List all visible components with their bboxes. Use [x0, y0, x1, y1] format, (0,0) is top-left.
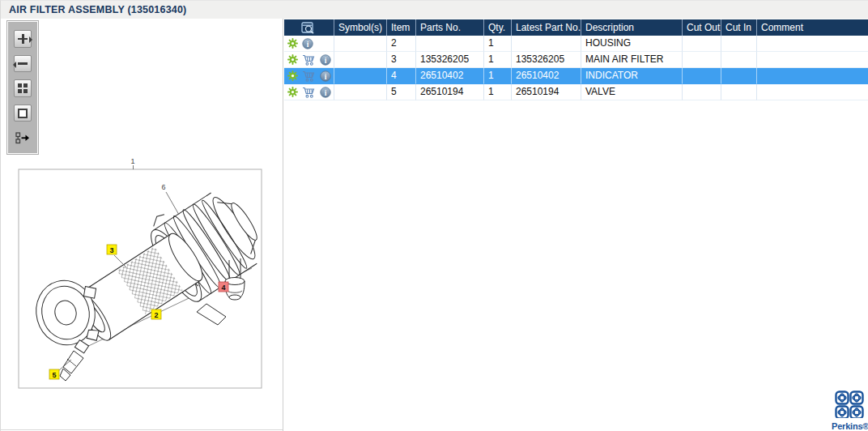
parts-catalog-window: AIR FILTER ASSEMBLY (135016340): [0, 0, 868, 431]
plus-icon: [18, 34, 28, 44]
cell-comment[interactable]: [757, 52, 868, 68]
cell-cut_in[interactable]: [721, 52, 757, 68]
cell-cut_out[interactable]: [683, 84, 721, 100]
diagram-callout-4-selected[interactable]: 4: [219, 282, 228, 292]
table-row-selected[interactable]: i426510402126510402INDICATOR: [284, 68, 868, 84]
column-header-item[interactable]: Item: [387, 19, 416, 36]
settings-icon[interactable]: [287, 70, 298, 81]
send-to-parts-list-button[interactable]: [14, 129, 32, 147]
zoom-out-button[interactable]: [14, 55, 32, 73]
cell-icons: i: [284, 84, 334, 100]
diagram-toolbar: [7, 21, 38, 154]
diagram-callout-2[interactable]: 2: [151, 309, 161, 319]
minus-icon: [18, 58, 28, 68]
cell-icons: i: [284, 52, 334, 68]
arrow-right-tab-icon: [29, 36, 36, 43]
cell-symbols[interactable]: [334, 36, 387, 52]
svg-text:i: i: [325, 72, 327, 80]
bottom-border: [1, 429, 283, 430]
column-header-latest_part_no[interactable]: Latest Part No.: [512, 19, 581, 36]
cell-latest_part_no[interactable]: 135326205: [512, 52, 581, 68]
zoom-window-button[interactable]: [14, 105, 32, 122]
cell-cut_out[interactable]: [683, 68, 721, 84]
cell-cut_out[interactable]: [683, 36, 721, 52]
cell-qty[interactable]: 1: [484, 36, 512, 52]
cell-description[interactable]: INDICATOR: [581, 68, 683, 84]
info-icon[interactable]: i: [320, 54, 331, 66]
column-header-qty[interactable]: Qty.: [484, 19, 512, 36]
cell-icons: i: [284, 68, 334, 84]
cell-qty[interactable]: 1: [484, 68, 512, 84]
cell-symbols[interactable]: [334, 84, 387, 100]
page-title: AIR FILTER ASSEMBLY (135016340): [9, 4, 186, 15]
cell-cut_out[interactable]: [683, 52, 721, 68]
cell-description[interactable]: HOUSING: [581, 36, 683, 52]
column-header-comment[interactable]: Comment: [757, 19, 868, 36]
column-header-filter[interactable]: [284, 19, 334, 36]
settings-icon[interactable]: [287, 38, 298, 49]
cell-comment[interactable]: [757, 84, 868, 100]
table-header-row: Symbol(s)ItemParts No.Qty.Latest Part No…: [284, 19, 868, 36]
panel-divider: [283, 19, 283, 431]
cell-cut_in[interactable]: [721, 68, 757, 84]
column-header-parts_no[interactable]: Parts No.: [416, 19, 484, 36]
cell-qty[interactable]: 1: [484, 52, 512, 68]
column-header-cut_in[interactable]: Cut In: [721, 19, 757, 36]
info-icon[interactable]: i: [302, 38, 313, 49]
settings-icon[interactable]: [287, 87, 298, 97]
cell-item[interactable]: 4: [387, 68, 416, 84]
cell-icons: i: [284, 36, 334, 52]
cell-latest_part_no[interactable]: 26510402: [512, 68, 581, 84]
cell-description[interactable]: VALVE: [581, 84, 683, 100]
diagram-label-1: 1: [130, 157, 134, 165]
square-outline-icon: [18, 109, 28, 118]
cell-parts_no[interactable]: 26510402: [416, 68, 484, 84]
table-row[interactable]: i21HOUSING: [284, 36, 868, 52]
cell-item[interactable]: 5: [387, 84, 416, 100]
cart-icon[interactable]: [302, 70, 316, 82]
cell-latest_part_no[interactable]: 26510194: [512, 84, 581, 100]
cell-symbols[interactable]: [334, 52, 387, 68]
cell-item[interactable]: 2: [387, 36, 416, 52]
grid-icon: [18, 83, 28, 93]
parts-table: Symbol(s)ItemParts No.Qty.Latest Part No…: [284, 19, 868, 100]
cell-item[interactable]: 3: [387, 52, 416, 68]
svg-text:4: 4: [221, 284, 225, 292]
cell-parts_no[interactable]: 26510194: [416, 84, 484, 100]
cart-icon[interactable]: [302, 54, 316, 66]
table-row[interactable]: i526510194126510194VALVE: [284, 84, 868, 100]
column-header-symbols[interactable]: Symbol(s): [334, 19, 387, 36]
settings-icon[interactable]: [287, 54, 298, 65]
cell-comment[interactable]: [757, 68, 868, 84]
title-bar: AIR FILTER ASSEMBLY (135016340): [1, 1, 868, 19]
info-icon[interactable]: i: [320, 87, 331, 98]
info-icon[interactable]: i: [320, 70, 331, 82]
cell-parts_no[interactable]: 135326205: [416, 52, 484, 68]
column-header-description[interactable]: Description: [581, 19, 683, 36]
cell-description[interactable]: MAIN AIR FILTER: [581, 52, 683, 68]
cell-qty[interactable]: 1: [484, 84, 512, 100]
cell-parts_no[interactable]: [416, 36, 484, 52]
zoom-in-button[interactable]: [14, 30, 32, 48]
svg-text:i: i: [307, 40, 309, 48]
cell-cut_in[interactable]: [721, 84, 757, 100]
cell-comment[interactable]: [757, 36, 868, 52]
column-header-cut_out[interactable]: Cut Out: [683, 19, 721, 36]
arrow-left-tab-icon: [10, 62, 16, 68]
perkins-logo-mark: [835, 390, 864, 418]
svg-text:i: i: [325, 56, 327, 64]
table-search-icon[interactable]: [301, 22, 317, 34]
perkins-logo-text: Perkins®: [832, 421, 867, 431]
cell-cut_in[interactable]: [721, 36, 757, 52]
fit-to-window-button[interactable]: [14, 79, 32, 97]
cell-latest_part_no[interactable]: [512, 36, 581, 52]
cart-icon[interactable]: [302, 87, 316, 98]
perkins-logo: Perkins®: [832, 390, 867, 431]
parts-diagram[interactable]: 1: [17, 153, 263, 390]
table-row[interactable]: i31353262051135326205MAIN AIR FILTER: [284, 52, 868, 68]
svg-text:5: 5: [52, 371, 56, 379]
svg-text:2: 2: [154, 311, 158, 319]
diagram-callout-5[interactable]: 5: [49, 369, 59, 379]
diagram-callout-3[interactable]: 3: [107, 245, 117, 254]
cell-symbols[interactable]: [334, 68, 387, 84]
